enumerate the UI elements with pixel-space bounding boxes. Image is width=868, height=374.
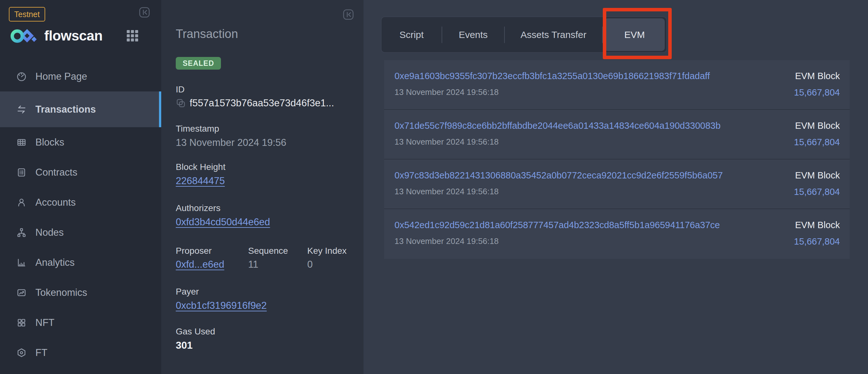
tab-divider (602, 27, 603, 43)
grid-2x2-icon (15, 316, 28, 329)
sidebar-item-label: Transactions (35, 104, 96, 115)
field-label: Payer (176, 286, 267, 297)
authorizer-link[interactable]: 0xfd3b4cd50d44e6ed (176, 217, 270, 228)
table-grid-icon (15, 136, 28, 149)
field-block-height: Block Height 226844475 (176, 162, 225, 187)
field-label: Timestamp (176, 123, 286, 134)
proposer-link[interactable]: 0xfd...e6ed (176, 259, 224, 270)
sidebar-item-label: Blocks (35, 137, 64, 148)
cube-icon (15, 346, 28, 359)
hierarchy-icon (15, 226, 28, 239)
field-key-index: Key Index 0 (307, 246, 347, 270)
evm-transaction-list: 0xe9a1603bc9355fc307b23eccfb3bfc1a3255a0… (384, 60, 850, 259)
evm-tx-timestamp: 13 November 2024 19:56:18 (395, 236, 499, 246)
sidebar-item-label: Analytics (35, 257, 74, 268)
line-chart-icon (15, 286, 28, 299)
sidebar-item-accounts[interactable]: Accounts (0, 187, 161, 218)
sidebar-item-label: FT (35, 347, 48, 358)
evm-block-label: EVM Block (795, 170, 840, 181)
block-height-link[interactable]: 226844475 (176, 175, 225, 186)
evm-tx-timestamp: 13 November 2024 19:56:18 (395, 87, 499, 97)
sidebar-item-transactions[interactable]: Transactions (0, 91, 161, 127)
sidebar-nav: Home Page Transactions Blocks Contracts … (0, 61, 161, 368)
main-content: Script Events Assets Transfer EVM 0xe9a1… (364, 0, 868, 374)
transaction-id-value: f557a1573b76aa53e73d46f3e1... (190, 97, 334, 109)
field-sequence: Sequence 11 (248, 246, 288, 270)
evm-block-number-link[interactable]: 15,667,804 (794, 187, 840, 197)
timestamp-value: 13 November 2024 19:56 (176, 137, 286, 149)
document-list-icon (15, 166, 28, 179)
evm-block-label: EVM Block (795, 220, 840, 230)
evm-tx-hash-link[interactable]: 0x97c83d3eb8221431306880a35452a0b0772cec… (395, 170, 723, 181)
evm-tx-timestamp: 13 November 2024 19:56:18 (395, 187, 499, 197)
field-label: ID (176, 84, 334, 95)
collapse-sidebar-icon[interactable] (139, 7, 150, 18)
sidebar-item-analytics[interactable]: Analytics (0, 248, 161, 278)
sidebar-item-label: Home Page (35, 71, 87, 82)
evm-tx-hash-link[interactable]: 0x542ed1c92d59c21d81a60f258777457ad4b232… (395, 220, 720, 230)
brand[interactable]: flowscan (9, 27, 152, 46)
brand-name: flowscan (44, 28, 102, 44)
field-payer: Payer 0xcb1cf3196916f9e2 (176, 286, 267, 312)
tab-bar: Script Events Assets Transfer EVM (381, 17, 667, 53)
sidebar-item-ft[interactable]: FT (0, 338, 161, 368)
evm-block-number-link[interactable]: 15,667,804 (794, 137, 840, 147)
evm-tx-hash-link[interactable]: 0x71de55c7f989c8ce6bb2bffabdbe2044ee6a01… (395, 120, 721, 131)
payer-link[interactable]: 0xcb1cf3196916f9e2 (176, 300, 267, 311)
evm-block-label: EVM Block (795, 120, 840, 131)
sidebar-item-tokenomics[interactable]: Tokenomics (0, 278, 161, 308)
status-badge: SEALED (176, 57, 221, 69)
evm-transaction-row: 0x97c83d3eb8221431306880a35452a0b0772cec… (384, 160, 850, 209)
field-proposer: Proposer 0xfd...e6ed (176, 246, 224, 270)
field-label: Authorizers (176, 203, 270, 213)
evm-block-number-link[interactable]: 15,667,804 (794, 87, 840, 98)
evm-block-label: EVM Block (795, 71, 840, 81)
field-label: Block Height (176, 162, 225, 172)
sidebar-item-label: Tokenomics (35, 287, 87, 298)
field-label: Key Index (307, 246, 347, 256)
transfer-arrows-icon (15, 103, 28, 116)
collapse-panel-icon[interactable] (343, 9, 354, 20)
sidebar-item-label: Nodes (35, 227, 64, 238)
evm-transaction-row: 0xe9a1603bc9355fc307b23eccfb3bfc1a3255a0… (384, 60, 850, 110)
field-authorizers: Authorizers 0xfd3b4cd50d44e6ed (176, 203, 270, 228)
sidebar-item-label: Accounts (35, 197, 76, 208)
gauge-icon (15, 70, 28, 83)
sidebar-item-home-page[interactable]: Home Page (0, 61, 161, 91)
field-label: Gas Used (176, 326, 215, 337)
person-icon (15, 196, 28, 209)
sidebar-item-contracts[interactable]: Contracts (0, 157, 161, 187)
sidebar-item-blocks[interactable]: Blocks (0, 127, 161, 157)
field-id: ID f557a1573b76aa53e73d46f3e1... (176, 84, 334, 109)
sidebar-item-nodes[interactable]: Nodes (0, 218, 161, 248)
evm-transaction-row: 0x71de55c7f989c8ce6bb2bffabdbe2044ee6a01… (384, 110, 850, 160)
page-title: Transaction (176, 27, 238, 41)
transaction-panel: Transaction SEALED ID f557a1573b76aa53e7… (161, 0, 364, 374)
copy-icon[interactable] (176, 98, 186, 108)
tab-assets-transfer[interactable]: Assets Transfer (505, 17, 602, 52)
bar-chart-icon (15, 256, 28, 269)
tab-events[interactable]: Events (442, 17, 504, 52)
proposer-row: Proposer 0xfd...e6ed Sequence 11 Key Ind… (176, 246, 353, 284)
field-timestamp: Timestamp 13 November 2024 19:56 (176, 123, 286, 149)
network-badge: Testnet (9, 7, 45, 22)
tab-evm[interactable]: EVM (604, 18, 665, 51)
field-label: Sequence (248, 246, 288, 256)
evm-tx-timestamp: 13 November 2024 19:56:18 (395, 137, 499, 147)
evm-tx-hash-link[interactable]: 0xe9a1603bc9355fc307b23eccfb3bfc1a3255a0… (395, 71, 710, 81)
field-label: Proposer (176, 246, 224, 256)
sidebar-item-label: Contracts (35, 167, 78, 178)
sidebar-item-nft[interactable]: NFT (0, 308, 161, 338)
evm-block-number-link[interactable]: 15,667,804 (794, 236, 840, 247)
sidebar-item-label: NFT (35, 317, 54, 328)
flowscan-logo-icon (9, 27, 38, 46)
field-gas-used: Gas Used 301 (176, 326, 215, 351)
sequence-value: 11 (248, 259, 288, 270)
key-index-value: 0 (307, 259, 347, 270)
sidebar: Testnet flowscan (0, 0, 161, 374)
apps-grid-icon[interactable] (126, 30, 138, 42)
evm-transaction-row: 0x542ed1c92d59c21d81a60f258777457ad4b232… (384, 209, 850, 259)
gas-used-value: 301 (176, 340, 215, 351)
tab-script[interactable]: Script (381, 17, 442, 52)
